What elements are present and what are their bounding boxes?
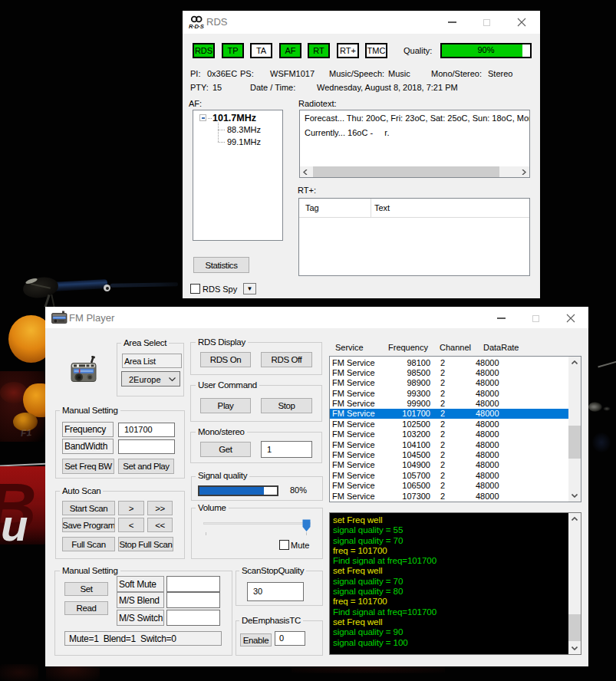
svg-text:R·D·S: R·D·S — [189, 23, 204, 30]
